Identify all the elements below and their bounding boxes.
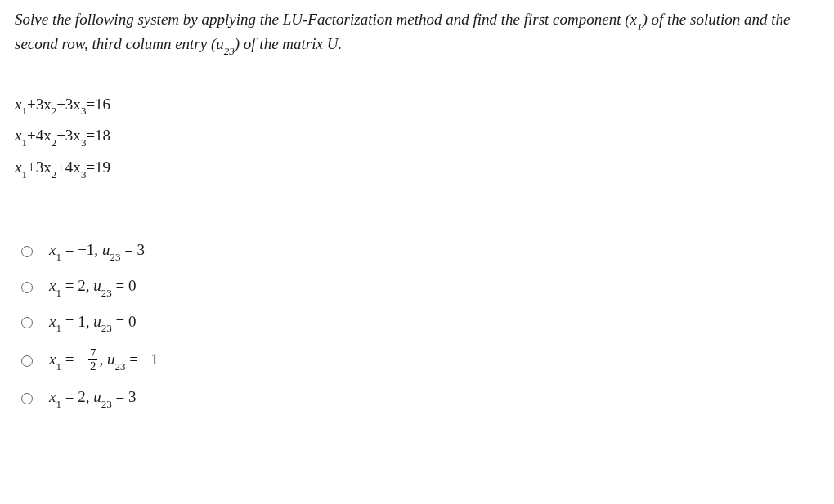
prompt-x1-var: x [630, 11, 637, 28]
option-5[interactable]: x1 = 2, u23 = 3 [21, 388, 819, 409]
option-4[interactable]: x1 = −72, u23 = −1 [21, 348, 819, 373]
radio-icon[interactable] [21, 282, 33, 293]
option-2[interactable]: x1 = 2, u23 = 0 [21, 277, 819, 298]
equation-1: x1+3x2+3x3=16 [15, 89, 819, 121]
radio-icon[interactable] [21, 393, 33, 404]
radio-icon[interactable] [21, 317, 33, 328]
radio-icon[interactable] [21, 246, 33, 257]
fraction: 72 [88, 347, 98, 372]
option-3-label: x1 = 1, u23 = 0 [49, 313, 136, 334]
radio-icon[interactable] [21, 355, 33, 367]
equation-2: x1+4x2+3x3=18 [15, 120, 819, 152]
option-5-label: x1 = 2, u23 = 3 [49, 388, 136, 409]
equation-system: x1+3x2+3x3=16 x1+4x2+3x3=18 x1+3x2+4x3=1… [15, 89, 819, 184]
answer-options: x1 = −1, u23 = 3 x1 = 2, u23 = 0 x1 = 1,… [15, 241, 819, 409]
prompt-text-1: Solve the following system by applying t… [15, 11, 630, 28]
option-1-label: x1 = −1, u23 = 3 [49, 241, 145, 262]
option-3[interactable]: x1 = 1, u23 = 0 [21, 313, 819, 334]
option-4-label: x1 = −72, u23 = −1 [49, 348, 159, 373]
prompt-u23-sub: 23 [224, 45, 235, 57]
prompt-text-3: ) of the matrix U. [235, 35, 342, 52]
prompt-x1-sub: 1 [637, 20, 643, 33]
question-prompt: Solve the following system by applying t… [15, 8, 819, 58]
equation-3: x1+3x2+4x3=19 [15, 152, 819, 184]
option-2-label: x1 = 2, u23 = 0 [49, 277, 136, 298]
option-1[interactable]: x1 = −1, u23 = 3 [21, 241, 819, 262]
